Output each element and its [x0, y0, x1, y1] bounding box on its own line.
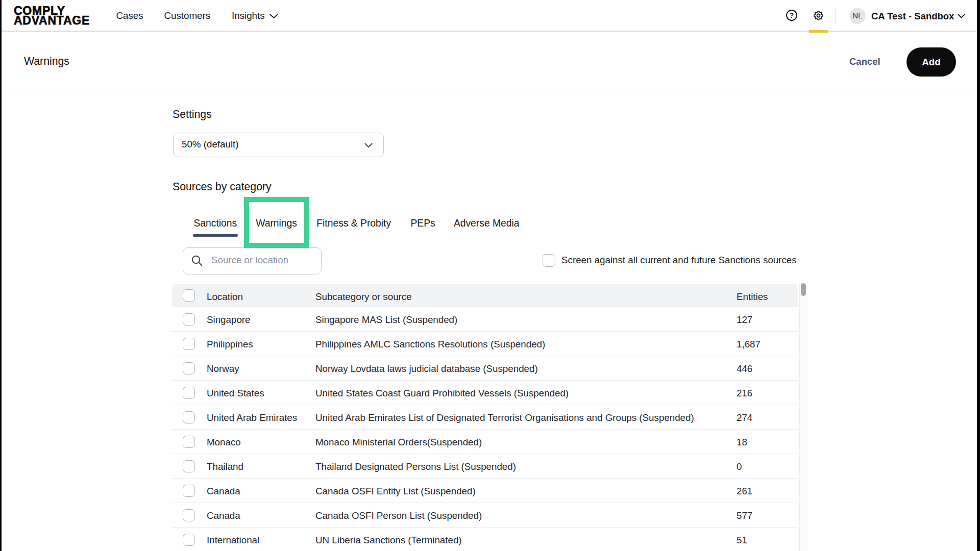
svg-text:?: ?	[790, 12, 794, 19]
